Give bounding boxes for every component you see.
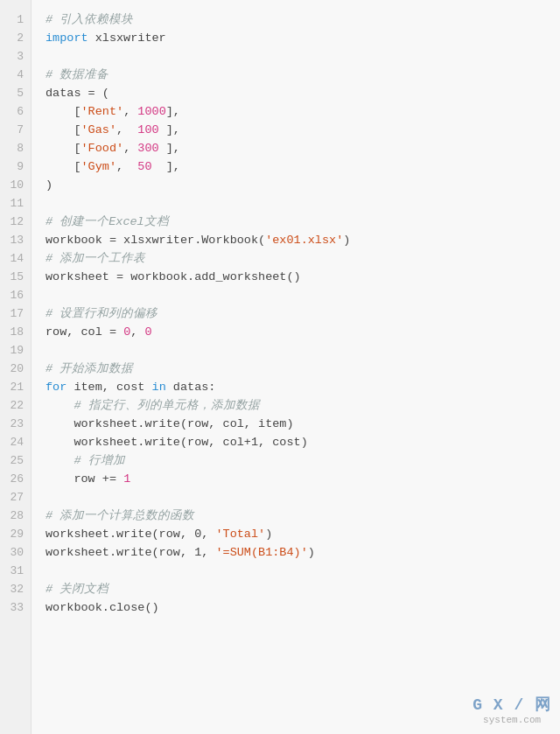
plain-token: )	[265, 528, 272, 541]
code-content[interactable]: # 引入依赖模块import xlsxwriter # 数据准备datas = …	[32, 0, 560, 734]
code-line: # 行增加	[46, 451, 546, 470]
line-number: 13	[7, 231, 24, 249]
line-number: 4	[7, 66, 24, 84]
watermark: G X / 网 system.com	[472, 694, 551, 725]
plain-token: row, col =	[46, 325, 123, 339]
code-line: row += 1	[46, 470, 546, 488]
number-token: 1	[123, 472, 130, 486]
code-line: ['Rent', 1000],	[46, 102, 546, 121]
comment-token: # 开始添加数据	[46, 362, 133, 375]
plain-token: datas = (	[46, 87, 109, 100]
plain-token: [	[46, 142, 81, 155]
code-line: worksheet.write(row, 1, '=SUM(B1:B4)')	[46, 543, 546, 562]
line-number: 10	[7, 176, 24, 194]
line-number: 21	[7, 378, 24, 396]
plain-token: )	[343, 234, 350, 247]
code-line: )	[46, 176, 546, 194]
string-token: 'Gym'	[81, 160, 117, 173]
plain-token: xlsxwriter	[88, 31, 166, 45]
comment-token: # 引入依赖模块	[46, 13, 133, 26]
code-line: ['Food', 300 ],	[46, 139, 546, 157]
line-number: 19	[7, 341, 24, 360]
line-number: 12	[7, 213, 24, 231]
plain-token: [	[46, 160, 81, 173]
line-number: 31	[7, 562, 24, 580]
line-number: 23	[7, 415, 24, 433]
line-number: 29	[7, 525, 24, 543]
code-line: worksheet.write(row, col+1, cost)	[46, 433, 546, 451]
plain-token: ],	[159, 123, 180, 136]
code-line: worksheet.write(row, 0, 'Total')	[46, 525, 546, 543]
plain-token: worksheet.write(row, 0,	[46, 528, 215, 541]
string-token: 'Total'	[215, 528, 265, 541]
number-token: 1000	[137, 105, 165, 118]
line-number: 18	[7, 323, 24, 341]
code-line: workbook.close()	[46, 598, 546, 617]
comment-token: # 设置行和列的偏移	[46, 307, 158, 320]
line-number: 3	[7, 47, 24, 66]
plain-token	[46, 399, 74, 412]
plain-token: ,	[116, 123, 137, 136]
plain-token: ,	[130, 325, 144, 339]
line-number: 8	[7, 139, 24, 157]
line-number: 5	[7, 84, 24, 102]
line-number: 32	[7, 580, 24, 598]
comment-token: # 创建一个Excel文档	[46, 215, 169, 228]
code-line: worksheet = workbook.add_worksheet()	[46, 268, 546, 286]
comment-token: # 添加一个计算总数的函数	[46, 509, 194, 522]
plain-token: ],	[159, 142, 180, 155]
plain-token: datas:	[166, 381, 216, 394]
code-line: workbook = xlsxwriter.Workbook('ex01.xls…	[46, 231, 546, 249]
code-line: # 数据准备	[46, 66, 546, 84]
string-token: 'ex01.xlsx'	[265, 234, 343, 247]
code-line: # 设置行和列的偏移	[46, 304, 546, 323]
line-number: 22	[7, 396, 24, 415]
line-number: 24	[7, 433, 24, 451]
code-line	[46, 47, 546, 66]
plain-token: workbook.close()	[46, 601, 159, 614]
keyword-token: for	[46, 381, 66, 394]
string-token: '=SUM(B1:B4)'	[215, 546, 307, 559]
code-line: # 添加一个工作表	[46, 249, 546, 268]
line-number: 25	[7, 451, 24, 470]
code-line: for item, cost in datas:	[46, 378, 546, 396]
watermark-bottom: system.com	[483, 715, 541, 725]
code-line: # 添加一个计算总数的函数	[46, 507, 546, 525]
code-line: # 开始添加数据	[46, 360, 546, 378]
plain-token: row +=	[46, 472, 123, 486]
code-line: ['Gym', 50 ],	[46, 157, 546, 176]
plain-token	[46, 454, 74, 467]
number-token: 0	[144, 325, 151, 339]
code-line: # 指定行、列的单元格，添加数据	[46, 396, 546, 415]
code-line: row, col = 0, 0	[46, 323, 546, 341]
line-number: 11	[7, 194, 24, 213]
number-token: 300	[137, 142, 158, 155]
plain-token: worksheet.write(row, 1,	[46, 546, 215, 559]
code-line: import xlsxwriter	[46, 29, 546, 47]
comment-token: # 数据准备	[46, 68, 108, 81]
plain-token: ,	[123, 105, 137, 118]
line-number: 30	[7, 543, 24, 562]
keyword-token: in	[152, 381, 166, 394]
code-line	[46, 286, 546, 304]
line-number: 7	[7, 121, 24, 139]
code-line: # 创建一个Excel文档	[46, 213, 546, 231]
code-line	[46, 194, 546, 213]
code-line	[46, 562, 546, 580]
line-number: 27	[7, 488, 24, 507]
code-line: datas = (	[46, 84, 546, 102]
plain-token: worksheet.write(row, col, item)	[46, 417, 294, 430]
line-number: 6	[7, 102, 24, 121]
plain-token: ,	[123, 142, 137, 155]
line-number: 33	[7, 598, 24, 617]
number-token: 50	[137, 160, 151, 173]
string-token: 'Food'	[81, 142, 124, 155]
line-number: 16	[7, 286, 24, 304]
line-number: 17	[7, 304, 24, 323]
plain-token: workbook = xlsxwriter.Workbook(	[46, 234, 265, 247]
code-line: # 关闭文档	[46, 580, 546, 598]
line-number: 14	[7, 249, 24, 268]
string-token: 'Gas'	[81, 123, 117, 136]
number-token: 100	[137, 123, 158, 136]
comment-token: # 指定行、列的单元格，添加数据	[74, 399, 259, 412]
